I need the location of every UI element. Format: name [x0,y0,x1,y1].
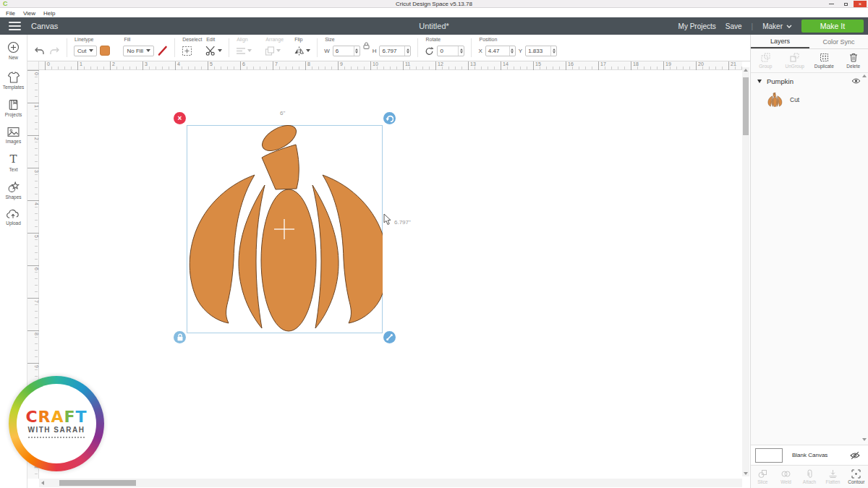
menu-file[interactable]: File [6,10,15,17]
sidebar-item-new[interactable]: New [7,41,20,60]
horizontal-scroll-thumb[interactable] [59,480,136,486]
sidebar-item-templates[interactable]: Templates [3,72,25,90]
slice-icon [758,469,767,479]
mouse-cursor [383,214,393,226]
ruler-number: 15 [533,61,541,70]
rotate-input[interactable]: 0 [437,46,464,56]
close-button[interactable]: × [854,1,867,7]
make-it-button[interactable]: Make It [801,20,864,33]
scroll-up-arrow[interactable] [744,69,748,72]
ruler-number: 3 [27,168,39,173]
machine-selector[interactable]: Maker [762,22,792,30]
layer-group-row[interactable]: Pumpkin [751,73,868,89]
x-position-input[interactable]: 4.47 [485,46,516,56]
horizontal-scrollbar[interactable] [39,479,742,487]
deselect-icon[interactable] [182,46,192,56]
attach-button: Attach [798,466,821,488]
rotate-label: Rotate [425,37,441,42]
arrange-icon [265,46,275,56]
undo-icon[interactable] [34,46,46,56]
ruler-number: 5 [208,61,213,70]
layer-item-cut[interactable]: Cut [751,89,868,111]
fill-select[interactable]: No Fill [123,46,154,56]
tab-layers[interactable]: Layers [751,35,809,48]
edit-menu-button[interactable] [205,46,222,56]
visibility-eye-icon[interactable] [851,77,861,85]
rotate-stepper[interactable] [458,46,464,56]
panel-scroll-up-arrow[interactable] [862,74,867,77]
sidebar-item-shapes[interactable]: Shapes [5,181,21,200]
minimize-button[interactable] [825,1,838,7]
linetype-select[interactable]: Cut [74,46,97,56]
ruler-number: 16 [566,61,574,70]
ruler-number: 9 [338,61,343,70]
menu-help[interactable]: Help [43,10,55,17]
tab-color-sync[interactable]: Color Sync [809,35,868,48]
align-icon [236,46,246,56]
position-label: Position [479,37,497,42]
duplicate-icon [820,53,829,62]
height-stepper[interactable] [404,46,410,56]
delete-button[interactable]: Delete [839,49,868,72]
horizontal-ruler: 0123456789101112131415161718192021 [39,61,742,70]
redo-icon[interactable] [48,46,60,56]
group-icon [761,53,770,62]
trash-icon [849,53,858,62]
scroll-left-arrow[interactable] [41,481,44,485]
x-stepper[interactable] [509,46,515,56]
ruler-number: 11 [403,61,410,70]
delete-handle[interactable]: × [174,112,186,124]
width-label: W [324,48,330,54]
sidebar-item-text[interactable]: T Text [9,153,18,172]
hamburger-menu-icon[interactable] [9,22,21,30]
weld-button: Weld [774,466,797,488]
craft-with-sarah-watermark: CRAFT WITH SARAH [9,376,104,471]
align-label: Align [237,37,248,42]
fill-label: Fill [124,37,130,42]
arrange-label: Arrange [265,37,284,42]
sidebar-item-upload[interactable]: Upload [6,209,21,226]
scroll-down-arrow[interactable] [744,472,748,475]
resize-handle[interactable] [383,331,396,343]
duplicate-button[interactable]: Duplicate [809,49,839,72]
y-position-input[interactable]: 1.833 [525,46,557,56]
visibility-hidden-icon[interactable] [850,451,860,460]
pen-icon[interactable] [157,46,168,56]
canvas-color-swatch[interactable] [755,448,783,463]
linetype-color-swatch[interactable] [100,46,110,56]
rotate-icon[interactable] [425,46,434,56]
blank-canvas-row[interactable]: Blank Canvas [751,445,868,465]
size-lock-icon[interactable] [363,42,370,49]
selection-height-label: 6.797" [394,219,411,226]
menu-view[interactable]: View [23,10,35,17]
lock-handle[interactable] [174,331,186,343]
ruler-number: 2 [110,61,115,70]
shapes-icon [7,181,20,193]
ruler-number: 8 [305,61,310,70]
sidebar-item-projects[interactable]: Projects [5,99,22,117]
collapse-caret-icon[interactable] [757,80,762,83]
width-stepper[interactable] [354,46,359,56]
ruler-number: 13 [468,61,476,70]
titlebar: C Cricut Design Space v5.13.78 × [0,0,868,8]
y-stepper[interactable] [550,46,556,56]
height-input[interactable]: 6.797 [379,46,411,56]
flip-button[interactable] [294,46,310,56]
panel-scroll-down-arrow[interactable] [862,438,867,441]
rotate-handle[interactable] [383,112,396,124]
vertical-scroll-thumb[interactable] [743,77,749,135]
vertical-scrollbar[interactable] [742,67,749,476]
sidebar-item-images[interactable]: Images [6,127,21,144]
my-projects-link[interactable]: My Projects [678,22,716,30]
ruler-number: 18 [631,61,639,70]
design-canvas[interactable]: 0123456789101112131415161718192021 01234… [27,61,750,488]
center-crosshair [284,219,285,239]
pumpkin-thumbnail [767,93,783,107]
align-button [236,46,252,56]
contour-button[interactable]: Contour [845,466,868,488]
tshirt-icon [7,72,20,83]
save-link[interactable]: Save [726,22,742,30]
width-input[interactable]: 6 [333,46,360,56]
ruler-number: 1 [27,103,39,108]
restore-button[interactable] [839,1,852,7]
